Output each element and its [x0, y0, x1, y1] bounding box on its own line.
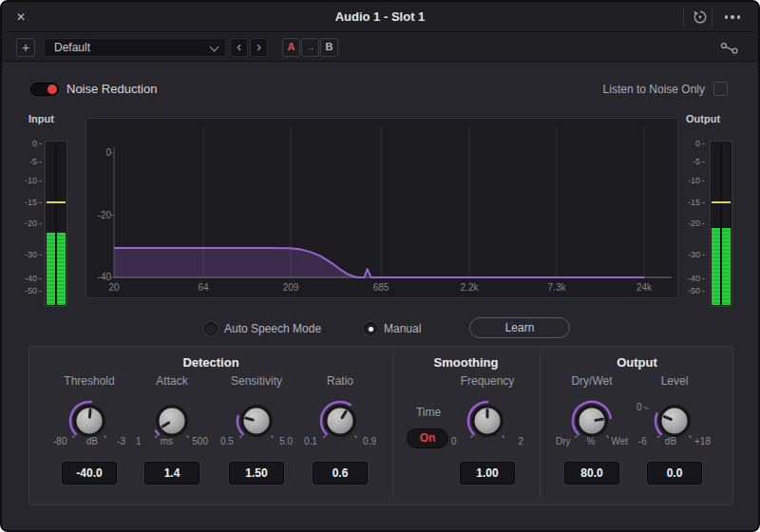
- ratio-label: Ratio: [310, 374, 370, 388]
- x-axis-tick-label: 2.2k: [461, 282, 479, 293]
- drywet-range: Dry%Wet: [556, 436, 628, 446]
- section-divider: [392, 354, 393, 497]
- sensitivity-range: 0.55.0: [220, 436, 293, 446]
- meter-scale-label: -5: [693, 157, 705, 166]
- threshold-range: -80dB-3: [53, 436, 125, 446]
- time-on-button[interactable]: On: [407, 428, 448, 448]
- level-value[interactable]: 0.0: [647, 462, 702, 484]
- frequency-label: Frequency: [457, 374, 518, 388]
- ratio-range: 0.10.9: [304, 436, 376, 446]
- attack-range: 1ms500: [136, 436, 208, 446]
- attack-label: Attack: [142, 374, 202, 388]
- plugin-window: ✕ Audio 1 - Slot 1 + Default ‹ › A → B: [0, 0, 760, 532]
- meter-scale-label: -20: [688, 218, 705, 228]
- input-level-meter: [45, 141, 67, 307]
- meter-scale-label: -20: [25, 218, 42, 228]
- output-meter-scale: 0-5-10-15-20-30-40-50: [688, 142, 705, 306]
- level-label: Level: [644, 374, 705, 388]
- meter-scale-label: -15: [688, 198, 705, 207]
- meter-scale-label: -15: [25, 198, 42, 207]
- x-axis-tick-label: 24k: [636, 282, 652, 293]
- y-axis-tick-label: -40: [86, 272, 111, 282]
- auto-speech-mode-radio[interactable]: [204, 322, 218, 335]
- controls-panel: Detection Smoothing Output Threshold -80…: [28, 346, 733, 505]
- time-label: Time: [408, 406, 449, 419]
- x-axis-tick-label: 64: [198, 282, 208, 293]
- peak-indicator: [47, 201, 66, 203]
- listen-to-noise-only-label: Listen to Noise Only: [603, 83, 705, 96]
- meter-scale-label: -50: [25, 286, 42, 295]
- x-axis-tick-label: 7.3k: [548, 282, 566, 293]
- meter-scale-label: -10: [688, 176, 705, 185]
- listen-to-noise-only-checkbox[interactable]: [713, 82, 728, 96]
- meter-scale-label: -30: [25, 250, 42, 259]
- peak-indicator: [712, 201, 731, 203]
- x-axis-tick-label: 209: [283, 282, 299, 293]
- drywet-value[interactable]: 80.0: [564, 462, 619, 484]
- x-axis-tick-label: 20: [108, 282, 119, 293]
- x-axis-tick-label: 685: [373, 282, 390, 293]
- window-title: Audio 1 - Slot 1: [2, 2, 758, 32]
- next-preset-button[interactable]: ›: [250, 38, 268, 57]
- ratio-value[interactable]: 0.6: [313, 462, 368, 484]
- titlebar-divider: [712, 8, 712, 27]
- meter-bar-right: [722, 142, 731, 305]
- learn-button[interactable]: Learn: [469, 317, 570, 338]
- level-zero-marker: 0: [636, 402, 649, 412]
- automation-curve-icon[interactable]: [718, 40, 741, 55]
- spectrum-plot: [86, 119, 677, 297]
- manual-mode-radio[interactable]: [364, 322, 377, 335]
- sensitivity-value[interactable]: 1.50: [229, 462, 284, 484]
- frequency-value[interactable]: 1.00: [460, 462, 515, 484]
- auto-speech-mode-label: Auto Speech Mode: [224, 322, 321, 335]
- meter-bar-right: [57, 142, 66, 305]
- output-level-meter: [710, 141, 732, 307]
- preset-dropdown[interactable]: Default: [44, 38, 226, 57]
- meter-scale-label: -40: [25, 274, 42, 283]
- chevron-down-icon: [210, 43, 219, 52]
- ab-compare-b-button[interactable]: B: [320, 38, 338, 57]
- meter-scale-label: -30: [688, 250, 705, 259]
- ab-compare-a-button[interactable]: A: [282, 38, 300, 57]
- output-meter-label: Output: [686, 113, 720, 124]
- manual-mode-label: Manual: [384, 322, 421, 335]
- input-meter-scale: 0-5-10-15-20-30-40-50: [25, 142, 42, 306]
- toggle-on-dot: [48, 85, 57, 94]
- preset-dropdown-label: Default: [54, 41, 90, 54]
- input-meter-label: Input: [28, 113, 54, 124]
- preset-toolbar: + Default ‹ › A → B: [2, 33, 758, 62]
- meter-scale-label: -10: [25, 176, 42, 185]
- meter-scale-label: -40: [688, 274, 705, 283]
- y-axis-tick-label: -20: [86, 210, 111, 220]
- drywet-label: Dry/Wet: [561, 374, 622, 388]
- frequency-control: Frequency 02 1.00: [457, 347, 518, 504]
- titlebar-divider: [683, 8, 684, 27]
- attack-control: Attack 1ms500 1.4: [142, 347, 202, 504]
- frequency-range: 02: [451, 436, 523, 446]
- meter-scale-label: 0: [695, 139, 705, 148]
- title-bar: ✕ Audio 1 - Slot 1: [2, 2, 758, 32]
- drywet-control: Dry/Wet Dry%Wet 80.0: [561, 347, 622, 504]
- meter-scale-label: -5: [29, 157, 42, 166]
- attack-value[interactable]: 1.4: [144, 462, 200, 484]
- reset-icon[interactable]: [692, 9, 709, 26]
- previous-preset-button[interactable]: ‹: [230, 38, 248, 57]
- level-control: Level 0 -6dB+18 0.0: [644, 347, 705, 504]
- meter-scale-label: -50: [688, 286, 705, 295]
- add-preset-button[interactable]: +: [16, 38, 35, 57]
- ab-copy-arrow-button[interactable]: →: [301, 38, 319, 57]
- threshold-label: Threshold: [59, 374, 120, 388]
- sensitivity-label: Sensitivity: [226, 374, 287, 388]
- meter-bar-left: [47, 142, 55, 305]
- threshold-control: Threshold -80dB-3 -40.0: [59, 347, 120, 504]
- noise-profile-graph: 0-20-40 20642096852.2k7.3k24k: [86, 118, 678, 298]
- level-range: -6dB+18: [638, 436, 711, 446]
- options-menu-icon[interactable]: [718, 9, 747, 26]
- sensitivity-control: Sensitivity 0.55.0 1.50: [226, 347, 287, 504]
- ratio-control: Ratio 0.10.9 0.6: [310, 347, 370, 504]
- threshold-value[interactable]: -40.0: [62, 462, 117, 484]
- meter-scale-label: 0: [32, 139, 42, 148]
- noise-reduction-enable-toggle[interactable]: [30, 83, 59, 96]
- plugin-title: Noise Reduction: [66, 82, 157, 96]
- section-divider: [540, 354, 541, 497]
